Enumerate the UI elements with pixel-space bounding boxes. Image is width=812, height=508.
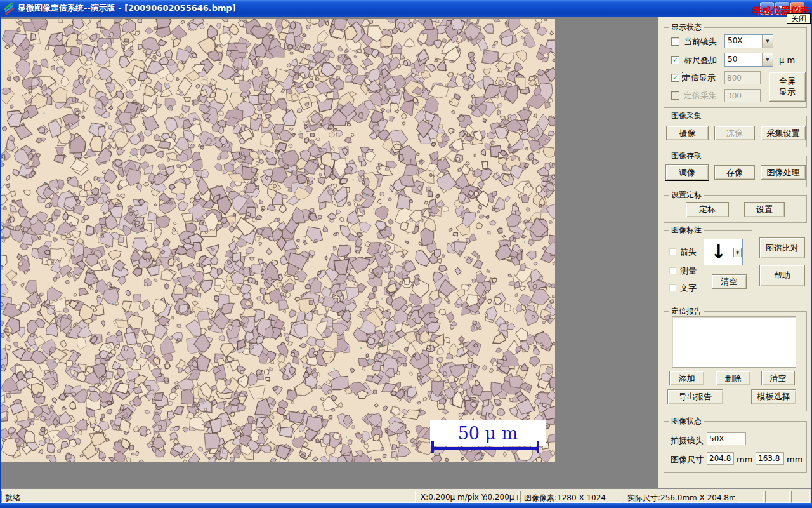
down-arrow-icon: ↓ xyxy=(710,243,726,262)
scale-bar-line xyxy=(432,447,539,450)
text-checkbox-label: 文字 xyxy=(680,283,697,294)
measure-checkbox-label: 测量 xyxy=(680,265,697,277)
ruler-value-combo[interactable]: 50 ▼ xyxy=(724,53,773,67)
chevron-down-icon[interactable]: ▼ xyxy=(762,35,773,48)
lens-label: 拍摄镜头 xyxy=(671,435,704,446)
group-display-status: 显示状态 当前镜头 50X ▼ ✓ 标尺叠加 50 ▼ μ m ✓ 定倍显示 定… xyxy=(664,27,807,108)
group-calibration: 设置定标 定标 设置 xyxy=(664,195,807,223)
status-bar: 就绪 X:0.200μ m/pix Y:0.200μ m/pix 图像像素:12… xyxy=(1,488,811,503)
freeze-button: 冻像 xyxy=(714,126,755,140)
calibrate-button[interactable]: 定标 xyxy=(686,202,729,217)
scale-bar-box: 50 μ m xyxy=(430,420,546,446)
app-icon xyxy=(4,3,14,13)
export-report-button[interactable]: 导出报告 xyxy=(667,389,723,404)
group-annotation: 图像标注 箭头 ↓ ▼ 测量 清空 文字 xyxy=(664,230,752,297)
scale-bar-label: 50 μ m xyxy=(458,424,518,443)
fixed-capture-label: 定倍采集 xyxy=(684,90,717,102)
lens-value-field xyxy=(707,432,746,445)
status-pixels: 图像像素:1280 X 1024 xyxy=(520,491,622,503)
current-lens-combo[interactable]: 50X ▼ xyxy=(724,34,773,48)
report-listbox[interactable] xyxy=(672,316,796,368)
arrow-checkbox-label: 箭头 xyxy=(680,246,697,258)
chevron-down-icon: ▼ xyxy=(733,248,742,257)
load-image-button[interactable]: 调像 xyxy=(665,164,709,180)
clear-annotation-button[interactable]: 清空 xyxy=(712,274,747,289)
capture-settings-button[interactable]: 采集设置 xyxy=(761,126,806,140)
group-image-storage: 图像存取 调像 存像 图像处理 xyxy=(664,156,807,187)
group-image-capture: 图像采集 摄像 冻像 采集设置 xyxy=(664,116,807,147)
scale-bar-tick-right xyxy=(537,441,539,453)
image-width-field xyxy=(707,452,734,465)
control-panel: 显示状态 当前镜头 50X ▼ ✓ 标尺叠加 50 ▼ μ m ✓ 定倍显示 定… xyxy=(658,17,811,488)
status-actual-size: 实际尺寸:256.0mm X 204.8mm xyxy=(624,491,735,503)
shoot-button[interactable]: 摄像 xyxy=(666,126,709,140)
group-display-status-title: 显示状态 xyxy=(669,22,704,33)
group-image-status: 图像状态 拍摄镜头 图像尺寸 mm mm xyxy=(664,421,807,473)
scale-bar-tick-left xyxy=(431,441,434,453)
micrograph-image[interactable] xyxy=(1,19,555,462)
fixed-capture-input xyxy=(724,89,761,102)
group-report: 定倍报告 添加 删除 清空 导出报告 模板选择 xyxy=(664,311,807,411)
template-select-button[interactable]: 模板选择 xyxy=(751,389,796,404)
image-size-label: 图像尺寸 xyxy=(671,454,704,465)
arrow-style-combo[interactable]: ↓ xyxy=(704,239,733,265)
window-frame-bottom xyxy=(0,503,812,508)
current-lens-label: 当前镜头 xyxy=(684,36,717,48)
arrow-checkbox[interactable] xyxy=(669,248,676,255)
text-checkbox[interactable] xyxy=(669,284,676,291)
window-title: 显微图像定倍系统--演示版 - [20090602055646.bmp] xyxy=(18,3,236,14)
close-tooltip: 关闭 xyxy=(787,13,811,24)
help-button[interactable]: 帮助 xyxy=(759,265,805,286)
atlas-compare-button[interactable]: 图谱比对 xyxy=(759,237,805,258)
arrow-style-dropdown-button[interactable]: ▼ xyxy=(733,239,743,265)
group-image-capture-title: 图像采集 xyxy=(669,110,704,121)
ruler-overlay-label: 标尺叠加 xyxy=(684,55,717,66)
status-ready: 就绪 xyxy=(1,491,416,503)
fixed-display-input xyxy=(724,71,761,84)
image-process-button[interactable]: 图像处理 xyxy=(761,165,806,180)
group-image-status-title: 图像状态 xyxy=(669,416,704,427)
title-bar: 显微图像定倍系统--演示版 - [20090602055646.bmp] × xyxy=(0,0,812,17)
height-unit-label: mm xyxy=(787,455,802,464)
ruler-unit-label: μ m xyxy=(779,55,795,65)
fixed-capture-checkbox xyxy=(671,91,679,100)
fixed-display-checkbox[interactable]: ✓ xyxy=(671,74,679,82)
status-empty-3 xyxy=(791,491,810,503)
current-lens-checkbox[interactable] xyxy=(671,37,679,46)
report-add-button[interactable]: 添加 xyxy=(669,371,704,385)
report-delete-button[interactable]: 删除 xyxy=(716,371,750,385)
image-height-field xyxy=(756,452,784,465)
report-clear-button[interactable]: 清空 xyxy=(761,371,795,385)
calibration-settings-button[interactable]: 设置 xyxy=(744,202,785,217)
group-report-title: 定倍报告 xyxy=(669,306,704,317)
status-empty-1 xyxy=(737,491,764,503)
group-calibration-title: 设置定标 xyxy=(669,190,704,201)
width-unit-label: mm xyxy=(737,455,752,464)
group-annotation-title: 图像标注 xyxy=(669,225,704,236)
status-empty-2 xyxy=(765,491,790,503)
group-image-storage-title: 图像存取 xyxy=(669,150,704,161)
fullscreen-button[interactable]: 全屏 显示 xyxy=(769,72,806,102)
chevron-down-icon[interactable]: ▼ xyxy=(762,53,773,66)
ruler-overlay-checkbox[interactable]: ✓ xyxy=(671,56,679,64)
measure-checkbox[interactable] xyxy=(669,267,676,274)
fixed-display-label: 定倍显示 xyxy=(683,72,716,84)
save-image-button[interactable]: 存像 xyxy=(714,165,755,180)
status-resolution: X:0.200μ m/pix Y:0.200μ m/pix xyxy=(417,491,519,503)
